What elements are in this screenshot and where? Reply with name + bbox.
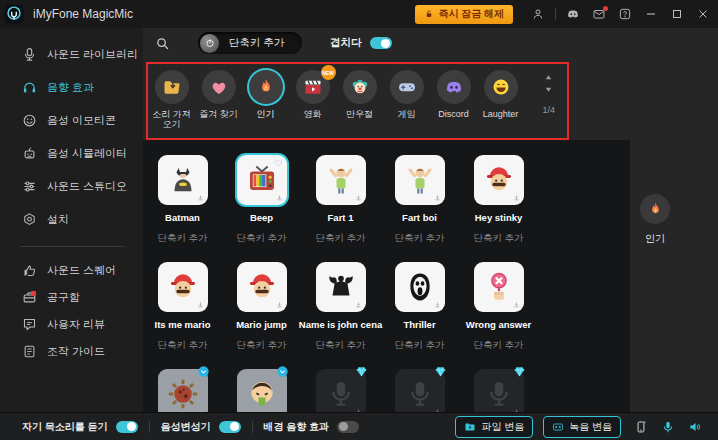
add-hotkey-button[interactable]: 단축키 추가 — [315, 339, 365, 352]
open-lock-icon — [424, 9, 434, 19]
hear-own-voice-toggle[interactable] — [116, 421, 138, 433]
sound-name: Fart 1 — [328, 212, 354, 223]
add-hotkey-button[interactable]: 단축키 추가 — [157, 232, 207, 245]
add-hotkey-button[interactable]: 단축키 추가 — [315, 232, 365, 245]
active-category-label: 인기 — [645, 232, 665, 246]
phone-icon[interactable] — [634, 420, 648, 434]
category-circle — [390, 70, 424, 104]
download-icon — [433, 301, 442, 310]
sound-card[interactable] — [395, 369, 445, 412]
add-hotkey-button[interactable]: 단축키 추가 — [236, 232, 286, 245]
sound-card-beep[interactable] — [237, 155, 287, 205]
sound-card-its-me-mario[interactable] — [158, 262, 208, 312]
toggle-group-background-sound: 배경 음향 효과 — [264, 420, 360, 434]
category-circle — [343, 70, 377, 104]
sound-card-batman[interactable] — [158, 155, 208, 205]
doc-icon — [22, 344, 37, 359]
hotkey-master-pill[interactable]: 단축키 추가 — [198, 32, 302, 54]
close-icon[interactable] — [697, 8, 709, 20]
sound-card-name-is-john-cena[interactable] — [316, 262, 366, 312]
mario-art-icon — [482, 163, 516, 197]
sidebar-item-operation-guide[interactable]: 조작 가이드 — [0, 338, 143, 365]
sidebar-item-user-reviews[interactable]: 사용자 리뷰 — [0, 311, 143, 338]
category-game[interactable]: 게임 — [383, 70, 430, 130]
category-label: 영화 — [290, 109, 336, 119]
sound-card-wrong-answer[interactable] — [474, 262, 524, 312]
folder-download-icon — [464, 421, 476, 433]
category-strip: 소리 가져오기즐겨 찾기인기NEW영화만우절게임DiscordLaughter … — [146, 62, 569, 140]
sidebar-item-sound-studio[interactable]: 사운드 스튜디오 — [0, 170, 143, 203]
sound-card-fart-1[interactable] — [316, 155, 366, 205]
category-april-fools[interactable]: 만우절 — [336, 70, 383, 130]
sound-name: Beep — [250, 212, 273, 223]
add-hotkey-button[interactable]: 단축키 추가 — [394, 339, 444, 352]
voice-changer-toggle[interactable] — [219, 421, 241, 433]
category-list: 소리 가져오기즐겨 찾기인기NEW영화만우절게임DiscordLaughter — [148, 70, 524, 130]
sound-card-thriller[interactable] — [395, 262, 445, 312]
sidebar-item-sound-square[interactable]: 사운드 스퀘어 — [0, 257, 143, 284]
help-icon[interactable] — [618, 7, 632, 21]
sound-card[interactable] — [316, 369, 366, 412]
headphones-icon — [22, 80, 37, 95]
grid-cell: Fart boi단축키 추가 — [380, 155, 459, 245]
sound-card-fart-boi[interactable] — [395, 155, 445, 205]
ghost-art-icon — [403, 270, 437, 304]
thumb-icon — [22, 263, 37, 278]
sound-card[interactable] — [474, 369, 524, 412]
background-sound-toggle[interactable] — [337, 421, 359, 433]
category-circle — [202, 70, 236, 104]
sidebar-item-voice-emoticon[interactable]: 음성 이모티콘 — [0, 104, 143, 137]
sidebar-item-toolbox[interactable]: 공구함 — [0, 284, 143, 311]
category-laughter[interactable]: Laughter — [477, 70, 524, 130]
category-discord[interactable]: Discord — [430, 70, 477, 130]
minimize-icon[interactable] — [645, 8, 657, 20]
sound-name: Its me mario — [155, 319, 211, 330]
download-icon — [354, 301, 363, 310]
active-category: 인기 — [639, 194, 671, 246]
add-hotkey-button[interactable]: 단축키 추가 — [394, 232, 444, 245]
add-hotkey-button[interactable]: 단축키 추가 — [236, 339, 286, 352]
power-toggle[interactable] — [200, 34, 219, 53]
category-popular[interactable]: 인기 — [242, 70, 289, 130]
sidebar-item-label: 음향 효과 — [47, 80, 94, 95]
account-icon[interactable] — [531, 7, 545, 21]
sidebar-item-sound-effects[interactable]: 음향 효과 — [0, 71, 143, 104]
category-pager: 1/4 — [542, 72, 555, 115]
category-import-sound[interactable]: 소리 가져오기 — [148, 70, 195, 130]
messages-button[interactable] — [592, 7, 606, 21]
grid-cell: Hey stinky단축키 추가 — [459, 155, 538, 245]
app-title: iMyFone MagicMic — [33, 7, 133, 21]
sound-card-mario-jump[interactable] — [237, 262, 287, 312]
sound-card[interactable] — [237, 369, 287, 412]
sidebar-item-sound-library[interactable]: 사운드 라이브러리 — [0, 38, 143, 71]
grid-cell: Wrong answer단축키 추가 — [459, 262, 538, 352]
record-voice-change-label: 녹음 변음 — [569, 420, 612, 434]
sound-card[interactable] — [158, 369, 208, 412]
sidebar-item-install[interactable]: 설치 — [0, 203, 143, 236]
mic-icon — [22, 47, 37, 62]
microphone-icon[interactable] — [661, 420, 675, 434]
sidebar-group-1: 사운드 라이브러리음향 효과음성 이모티콘음성 시뮬레이터사운드 스튜디오설치 — [0, 38, 143, 236]
sound-card-hey-stinky[interactable] — [474, 155, 524, 205]
sidebar-item-voice-simulator[interactable]: 음성 시뮬레이터 — [0, 137, 143, 170]
add-hotkey-button[interactable]: 단축키 추가 — [473, 339, 523, 352]
search-icon[interactable] — [155, 36, 170, 51]
record-voice-change-button[interactable]: 녹음 변음 — [543, 416, 621, 438]
category-movie[interactable]: NEW영화 — [289, 70, 336, 130]
file-voice-change-button[interactable]: 파일 변음 — [455, 416, 533, 438]
overlap-toggle[interactable] — [370, 37, 392, 49]
add-hotkey-button[interactable]: 단축키 추가 — [473, 232, 523, 245]
page-down-icon[interactable] — [543, 84, 554, 95]
speaker-icon[interactable] — [688, 420, 702, 434]
notification-dot — [31, 291, 36, 296]
add-hotkey-button[interactable]: 단축키 추가 — [157, 339, 207, 352]
active-category-button[interactable] — [640, 194, 670, 224]
maximize-icon[interactable] — [671, 8, 683, 20]
discord-community-icon[interactable] — [566, 7, 580, 21]
page-up-icon[interactable] — [543, 72, 554, 83]
sidebar-item-label: 사운드 라이브러리 — [47, 47, 138, 62]
unlock-now-button[interactable]: 즉시 잠금 해제 — [415, 5, 513, 24]
active-category-panel: 인기 — [630, 140, 718, 412]
virus-art-icon — [166, 377, 200, 411]
category-favorites[interactable]: 즐겨 찾기 — [195, 70, 242, 130]
